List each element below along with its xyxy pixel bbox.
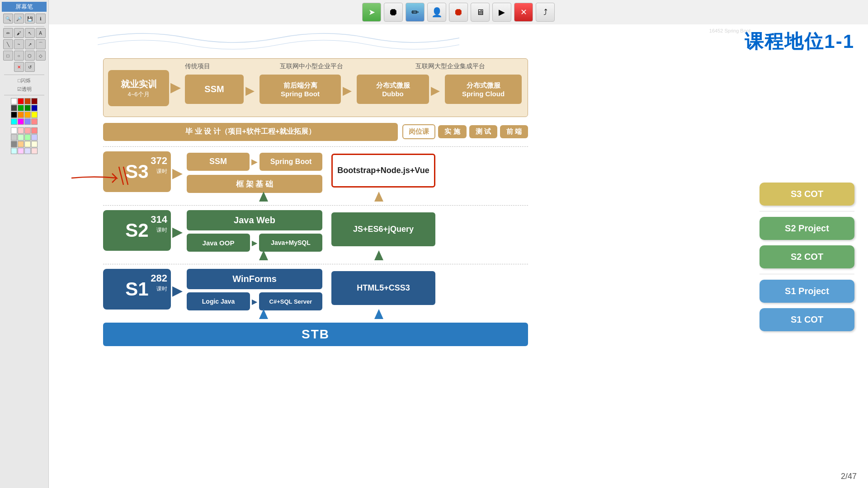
tool-curve[interactable]: ~: [14, 39, 24, 49]
s1-hours: 282: [151, 272, 167, 284]
s3-badge: S3 372 课时: [103, 151, 171, 192]
color-light-lavender[interactable]: [24, 148, 31, 154]
graduation-bar: 毕 业 设 计（项目+软件工程+就业拓展）: [103, 123, 398, 141]
color-blue[interactable]: [31, 105, 38, 111]
track-ssm: SSM: [185, 75, 244, 104]
sep2: [760, 274, 854, 274]
track-arrow-1: ▶: [245, 84, 255, 98]
tool-info[interactable]: ℹ: [36, 14, 46, 23]
color-salmon[interactable]: [24, 127, 31, 134]
s3-hours-label: 课时: [156, 168, 167, 175]
color-cyan[interactable]: [11, 118, 17, 125]
color-palette-2[interactable]: [11, 127, 38, 154]
color-light-magenta[interactable]: [18, 148, 24, 154]
track-springboot-sub: Spring Boot: [281, 90, 320, 98]
decorative-waves: [98, 24, 459, 58]
employment-label: 就业实训: [121, 78, 157, 90]
s3-arrow: ▶: [172, 165, 183, 181]
color-mint[interactable]: [24, 134, 31, 141]
tool-select[interactable]: ↖: [25, 28, 35, 38]
tool-text[interactable]: A: [36, 28, 46, 38]
color-periwinkle[interactable]: [31, 134, 38, 141]
tool-zoom-in[interactable]: 🔎: [14, 14, 24, 23]
btn-forward[interactable]: ➤: [362, 3, 381, 22]
btn-user[interactable]: 👤: [427, 3, 446, 22]
btn-screen[interactable]: 🖥: [471, 3, 490, 22]
track-dubbo-label1: 分布式微服: [376, 81, 410, 90]
s1-sub-arrow: ▶: [252, 292, 257, 310]
s3-hours: 372: [151, 155, 167, 167]
color-light-yellow[interactable]: [24, 141, 31, 147]
color-dark-gray[interactable]: [11, 105, 17, 111]
stb-bar: STB: [103, 323, 528, 346]
color-amber[interactable]: [24, 112, 31, 118]
track-dubbo-label2: Dubbo: [382, 90, 403, 98]
s3-bootstrap: Bootstrap+Node.js+Vue: [331, 154, 435, 188]
s3-level: S3: [125, 161, 148, 183]
color-cream[interactable]: [31, 141, 38, 147]
color-light-gray[interactable]: [11, 134, 17, 141]
color-yellow[interactable]: [31, 112, 38, 118]
transparent-label: ☑透明: [17, 86, 32, 93]
s2-level: S2: [125, 220, 148, 241]
tool-rect[interactable]: □: [3, 51, 13, 61]
btn-stop[interactable]: ⏺: [449, 3, 468, 22]
color-white2[interactable]: [11, 127, 17, 134]
diagram-container: 传统项目 互联网中小型企业平台 互联网大型企业集成平台 就业实训 4~6个月 ▶…: [103, 58, 537, 465]
color-pink[interactable]: [31, 118, 38, 125]
color-gray[interactable]: [11, 141, 17, 147]
track-springcloud-label1: 分布式微服: [467, 81, 500, 90]
color-pink2[interactable]: [31, 127, 38, 134]
s3-springboot: Spring Boot: [259, 153, 322, 171]
label-traditional: 传统项目: [185, 62, 210, 70]
color-orange[interactable]: [18, 112, 24, 118]
tool-delete[interactable]: ✕: [14, 62, 24, 72]
btn-expand[interactable]: ⤴: [536, 3, 555, 22]
tool-pen[interactable]: ✏: [3, 28, 13, 38]
color-red[interactable]: [18, 98, 24, 104]
color-light-green[interactable]: [18, 134, 24, 141]
s2-cot-btn[interactable]: S2 COT: [760, 245, 854, 268]
tool-undo[interactable]: ↺: [25, 62, 35, 72]
grad-row: 毕 业 设 计（项目+软件工程+就业拓展） 岗位课 实 施 测 试 前 端: [103, 122, 528, 142]
tool-arrow[interactable]: ↗: [25, 39, 35, 49]
btn-close[interactable]: ✕: [514, 3, 533, 22]
tool-hex[interactable]: ⬡: [25, 51, 35, 61]
color-white[interactable]: [11, 98, 17, 104]
s3-cot-btn[interactable]: S3 COT: [760, 183, 854, 206]
label-internet-large: 互联网大型企业集成平台: [415, 62, 485, 70]
color-magenta[interactable]: [18, 118, 24, 125]
s1-csharp: C#+SQL Server: [259, 292, 322, 310]
tool-save[interactable]: 💾: [25, 14, 35, 23]
s1-logicjava: Logic Java: [187, 292, 250, 310]
tool-line[interactable]: ╲: [3, 39, 13, 49]
color-light-pink[interactable]: [31, 148, 38, 154]
tool-brush[interactable]: 🖌: [14, 28, 24, 38]
tool-zig[interactable]: ⌒: [36, 39, 46, 49]
color-light-red[interactable]: [18, 127, 24, 134]
color-lavender[interactable]: [24, 118, 31, 125]
s1-project-btn[interactable]: S1 Project: [760, 280, 854, 303]
color-palette[interactable]: [11, 98, 38, 125]
btn-record[interactable]: ⏺: [384, 3, 403, 22]
s1-cot-btn[interactable]: S1 COT: [760, 308, 854, 331]
label-internet-small: 互联网中小型企业平台: [280, 62, 343, 70]
tool-diamond[interactable]: ◇: [36, 51, 46, 61]
track-springboot-label: 前后端分离: [283, 81, 317, 90]
s2-project-btn[interactable]: S2 Project: [760, 217, 854, 240]
tool-ellipse[interactable]: ○: [14, 51, 24, 61]
color-dark-green[interactable]: [24, 105, 31, 111]
color-peach[interactable]: [18, 141, 24, 147]
color-black[interactable]: [11, 112, 17, 118]
color-dark-red[interactable]: [24, 98, 31, 104]
btn-pen[interactable]: ✏: [406, 3, 425, 22]
tool-search[interactable]: 🔍: [3, 14, 13, 23]
color-light-cyan[interactable]: [11, 148, 17, 154]
track-dubbo: 分布式微服 Dubbo: [357, 75, 429, 104]
color-green[interactable]: [18, 105, 24, 111]
employment-sub: 4~6个月: [127, 90, 149, 99]
s3-mid-arrow: ▶: [251, 157, 258, 167]
btn-play[interactable]: ▶: [492, 3, 511, 22]
color-maroon[interactable]: [31, 98, 38, 104]
s1-arrow: ▶: [172, 282, 183, 298]
